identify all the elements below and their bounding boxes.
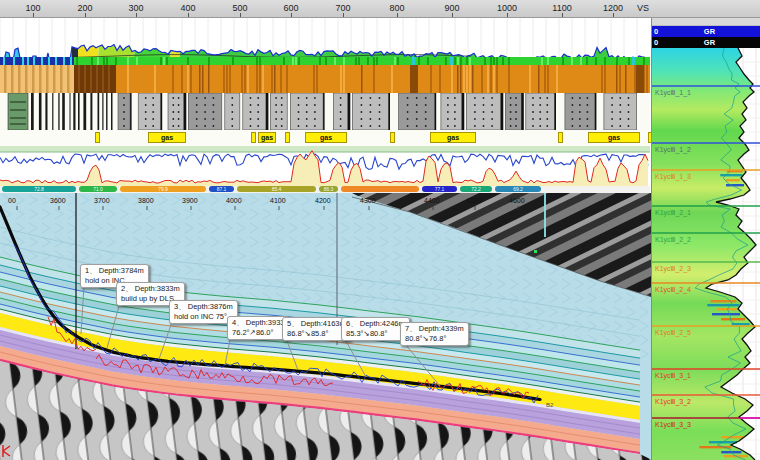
- lithology-track[interactable]: [0, 93, 650, 130]
- ruler-tick-label: 500: [232, 3, 247, 13]
- inclination-segment[interactable]: 71.0: [79, 186, 117, 192]
- gr-resistivity-track[interactable]: [0, 146, 650, 186]
- ruler-tick-label: 600: [283, 3, 298, 13]
- depth-ruler-label: 3600: [50, 197, 66, 204]
- formation-label: K1ycⅢ_3_2: [655, 398, 691, 406]
- ruler-tick-label: 1000: [497, 3, 517, 13]
- inclination-segment[interactable]: 87.1: [209, 186, 234, 192]
- curve-name-label: GR: [704, 38, 715, 47]
- scale-min-label: 0: [654, 27, 658, 36]
- depth-ruler-label: 3900: [182, 197, 198, 204]
- gas-tick: [251, 132, 256, 143]
- inclination-segment[interactable]: 77.1: [422, 186, 457, 192]
- geosteering-app: VS 1002003004005006007008009001000110012…: [0, 0, 760, 460]
- ruler-tick-label: 300: [128, 3, 143, 13]
- panel-top-spacer: [652, 18, 760, 26]
- ruler-tick-label: 200: [77, 3, 92, 13]
- gas-label: gas: [258, 132, 276, 143]
- depth-ruler-label: 4400: [424, 197, 440, 204]
- gr-curve-header-1[interactable]: 0 GR: [652, 26, 760, 37]
- formation-label: K1ycⅢ_3_3: [655, 421, 691, 429]
- gas-tick: [95, 132, 100, 143]
- image-log-track[interactable]: [0, 65, 650, 93]
- vs-ruler[interactable]: VS 1002003004005006007008009001000110012…: [0, 0, 760, 18]
- ruler-tick-label: 100: [25, 3, 40, 13]
- formation-label: K1ycⅢ_2_1: [655, 209, 691, 217]
- inclination-segment[interactable]: 79.9: [120, 186, 206, 192]
- depth-ruler-label: 4500: [466, 197, 482, 204]
- gas-label: gas: [305, 132, 347, 143]
- depth-ruler-label: 4600: [509, 197, 525, 204]
- ruler-unit-label: VS: [637, 3, 649, 13]
- inclination-segment[interactable]: [341, 186, 419, 192]
- curve-name-label: GR: [704, 27, 715, 36]
- depth-annotation[interactable]: 4、 Depth:393376.2°↗86.0°: [227, 316, 290, 340]
- formation-label: K1ycⅢ_2_3: [655, 265, 691, 273]
- gas-shows-track[interactable]: gasgasgasgasgas: [0, 130, 650, 146]
- inclination-segment[interactable]: 86.3: [319, 186, 338, 192]
- depth-ruler-label: 3700: [94, 197, 110, 204]
- depth-annotation[interactable]: 7、 Depth:4339m80.8°↘76.8°: [400, 322, 469, 346]
- composite-log-track[interactable]: [0, 18, 650, 57]
- ruler-tick-label: 400: [180, 3, 195, 13]
- gas-label: gas: [588, 132, 640, 143]
- formation-label: K1ycⅢ_2_5: [655, 329, 691, 337]
- gr-curve-header-2[interactable]: 0 GR: [652, 37, 760, 48]
- formation-label: K1ycⅢ_2_2: [655, 236, 691, 244]
- gas-label: gas: [430, 132, 476, 143]
- formation-label: K1ycⅢ_2_4: [655, 286, 691, 294]
- gas-tick: [558, 132, 563, 143]
- formation-label: K1ycⅢ_3_1: [655, 372, 691, 380]
- depth-ruler-label: 4000: [226, 197, 242, 204]
- formation-label: K1ycⅢ_1_3: [655, 173, 691, 181]
- inclination-segment[interactable]: 72.2: [460, 186, 492, 192]
- ruler-tick-label: 900: [444, 3, 459, 13]
- gr-log-view[interactable]: K1ycⅢ_1_1K1ycⅢ_1_2K1ycⅢ_1_3K1ycⅢ_2_1K1yc…: [652, 48, 760, 460]
- formation-label: K1ycⅢ_1_1: [655, 89, 691, 97]
- depth-ruler-label: 4200: [315, 197, 331, 204]
- ruler-tick-label: 800: [389, 3, 404, 13]
- ruler-tick-label: 1200: [603, 3, 623, 13]
- depth-ruler-label: 4300: [360, 197, 376, 204]
- inclination-segment[interactable]: 72.8: [2, 186, 76, 192]
- ruler-tick-label: 1100: [552, 3, 571, 13]
- gas-tick: [285, 132, 290, 143]
- depth-ruler-label: 00: [8, 197, 16, 204]
- scale-min-label: 0: [654, 38, 658, 47]
- inclination-segment[interactable]: 85.4: [237, 186, 316, 192]
- target-point-label: B2: [546, 402, 554, 408]
- color-band-track[interactable]: [0, 57, 650, 65]
- depth-ruler-label: 4100: [270, 197, 286, 204]
- gas-tick: [390, 132, 395, 143]
- inclination-segment[interactable]: 69.2: [495, 186, 541, 192]
- ruler-tick-label: 700: [335, 3, 350, 13]
- section-origin-marker-icon: [1, 443, 13, 459]
- formation-label: K1ycⅢ_1_2: [655, 146, 691, 154]
- depth-ruler-label: 3800: [138, 197, 154, 204]
- gr-type-log-panel: 0 GR 0 GR K1ycⅢ_1_1K1ycⅢ_1_2K1ycⅢ_1_3K1y…: [651, 18, 760, 460]
- inclination-segment-bar[interactable]: 72.871.079.987.185.486.377.172.269.2: [0, 186, 650, 193]
- gas-label: gas: [148, 132, 186, 143]
